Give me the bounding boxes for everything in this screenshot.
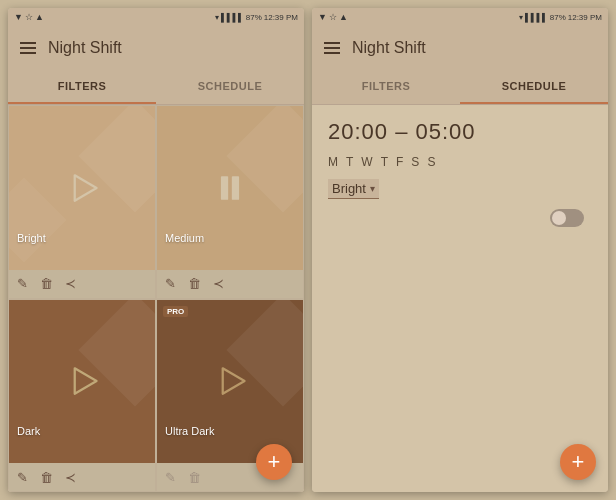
signal-icon-r: ▼ bbox=[318, 12, 327, 22]
upload-icon-r: ▲ bbox=[339, 12, 348, 22]
filter-dark[interactable]: Dark ✎ 🗑 ≺ bbox=[8, 299, 156, 493]
filter-dropdown[interactable]: Bright ▾ bbox=[328, 179, 379, 199]
filter-ultra-dark-label: Ultra Dark bbox=[165, 425, 215, 437]
upload-icon: ▲ bbox=[35, 12, 44, 22]
filter-dark-preview: Dark bbox=[9, 300, 155, 464]
status-icons-left: ▼ ☆ ▲ bbox=[14, 12, 44, 22]
status-icons-right: ▼ ☆ ▲ bbox=[318, 12, 348, 22]
signal-icon: ▼ bbox=[14, 12, 23, 22]
status-right-right: ▾ ▌▌▌▌ 87% 12:39 PM bbox=[519, 13, 602, 22]
share-icon-medium[interactable]: ≺ bbox=[213, 276, 224, 291]
toggle-thumb bbox=[552, 211, 566, 225]
delete-icon-bright[interactable]: 🗑 bbox=[40, 276, 53, 291]
filter-bright-label: Bright bbox=[17, 232, 46, 244]
edit-icon-dark[interactable]: ✎ bbox=[17, 470, 28, 485]
svg-marker-3 bbox=[75, 369, 97, 394]
day-mon[interactable]: M bbox=[328, 155, 338, 169]
filter-medium-label: Medium bbox=[165, 232, 204, 244]
star-icon: ☆ bbox=[25, 12, 33, 22]
svg-rect-2 bbox=[232, 176, 239, 200]
battery-level-r: 87% bbox=[550, 13, 566, 22]
day-fri[interactable]: F bbox=[396, 155, 403, 169]
app-title-left: Night Shift bbox=[48, 39, 122, 57]
status-bar-left: ▼ ☆ ▲ ▾ ▌▌▌▌ 87% 12:39 PM bbox=[8, 8, 304, 26]
svg-rect-1 bbox=[221, 176, 228, 200]
schedule-content-area: 20:00 – 05:00 M T W T F S S Bright ▾ bbox=[312, 105, 608, 492]
tab-filters-left[interactable]: FILTERS bbox=[8, 70, 156, 104]
time-range-display: 20:00 – 05:00 bbox=[328, 119, 592, 145]
schedule-panel: 20:00 – 05:00 M T W T F S S Bright ▾ bbox=[312, 105, 608, 241]
tab-schedule-right[interactable]: SCHEDULE bbox=[460, 70, 608, 104]
day-sun[interactable]: S bbox=[427, 155, 435, 169]
battery-level: 87% bbox=[246, 13, 262, 22]
share-icon-bright[interactable]: ≺ bbox=[65, 276, 76, 291]
app-title-right: Night Shift bbox=[352, 39, 426, 57]
status-bar-right: ▼ ☆ ▲ ▾ ▌▌▌▌ 87% 12:39 PM bbox=[312, 8, 608, 26]
status-right-left: ▾ ▌▌▌▌ 87% 12:39 PM bbox=[215, 13, 298, 22]
filters-grid: Bright ✎ 🗑 ≺ bbox=[8, 105, 304, 492]
filter-bright-actions: ✎ 🗑 ≺ bbox=[9, 270, 155, 298]
signal-bars: ▌▌▌▌ bbox=[221, 13, 244, 22]
filter-dropdown-value: Bright bbox=[332, 181, 366, 196]
menu-button-left[interactable] bbox=[20, 42, 36, 54]
filter-dropdown-row: Bright ▾ bbox=[328, 179, 592, 199]
top-bar-right: Night Shift bbox=[312, 26, 608, 70]
wifi-icon: ▾ bbox=[215, 13, 219, 22]
tab-schedule-left[interactable]: SCHEDULE bbox=[156, 70, 304, 104]
toggle-row bbox=[328, 209, 592, 227]
filter-medium[interactable]: Medium ✎ 🗑 ≺ bbox=[156, 105, 304, 299]
filter-bright-preview: Bright bbox=[9, 106, 155, 270]
share-icon-dark[interactable]: ≺ bbox=[65, 470, 76, 485]
filter-bright[interactable]: Bright ✎ 🗑 ≺ bbox=[8, 105, 156, 299]
day-sat[interactable]: S bbox=[411, 155, 419, 169]
edit-icon-bright[interactable]: ✎ bbox=[17, 276, 28, 291]
filter-ultra-dark-preview: PRO Ultra Dark bbox=[157, 300, 303, 464]
time-display: 12:39 PM bbox=[264, 13, 298, 22]
tabs-left: FILTERS SCHEDULE bbox=[8, 70, 304, 105]
phone-left: ▼ ☆ ▲ ▾ ▌▌▌▌ 87% 12:39 PM Night Shift FI… bbox=[8, 8, 304, 492]
pro-badge: PRO bbox=[163, 306, 188, 317]
edit-icon-medium[interactable]: ✎ bbox=[165, 276, 176, 291]
top-bar-left: Night Shift bbox=[8, 26, 304, 70]
star-icon-r: ☆ bbox=[329, 12, 337, 22]
filter-dark-label: Dark bbox=[17, 425, 40, 437]
filter-dark-actions: ✎ 🗑 ≺ bbox=[9, 463, 155, 491]
days-row: M T W T F S S bbox=[328, 155, 592, 169]
filter-medium-preview: Medium bbox=[157, 106, 303, 270]
phone-right: ▼ ☆ ▲ ▾ ▌▌▌▌ 87% 12:39 PM Night Shift FI… bbox=[312, 8, 608, 492]
delete-icon-medium[interactable]: 🗑 bbox=[188, 276, 201, 291]
delete-icon-dark[interactable]: 🗑 bbox=[40, 470, 53, 485]
svg-marker-4 bbox=[223, 369, 245, 394]
tab-filters-right[interactable]: FILTERS bbox=[312, 70, 460, 104]
tabs-right: FILTERS SCHEDULE bbox=[312, 70, 608, 105]
delete-icon-ultra-dark: 🗑 bbox=[188, 470, 201, 485]
day-wed[interactable]: W bbox=[361, 155, 372, 169]
svg-marker-0 bbox=[75, 175, 97, 200]
filters-content: Bright ✎ 🗑 ≺ bbox=[8, 105, 304, 492]
bg-deco-2 bbox=[8, 177, 66, 262]
day-tue[interactable]: T bbox=[346, 155, 353, 169]
edit-icon-ultra-dark: ✎ bbox=[165, 470, 176, 485]
add-schedule-fab[interactable]: + bbox=[560, 444, 596, 480]
schedule-toggle[interactable] bbox=[550, 209, 584, 227]
add-filter-fab[interactable]: + bbox=[256, 444, 292, 480]
time-display-r: 12:39 PM bbox=[568, 13, 602, 22]
day-thu[interactable]: T bbox=[381, 155, 388, 169]
dropdown-arrow-icon: ▾ bbox=[370, 183, 375, 194]
wifi-icon-r: ▾ bbox=[519, 13, 523, 22]
signal-bars-r: ▌▌▌▌ bbox=[525, 13, 548, 22]
menu-button-right[interactable] bbox=[324, 42, 340, 54]
filter-medium-actions: ✎ 🗑 ≺ bbox=[157, 270, 303, 298]
